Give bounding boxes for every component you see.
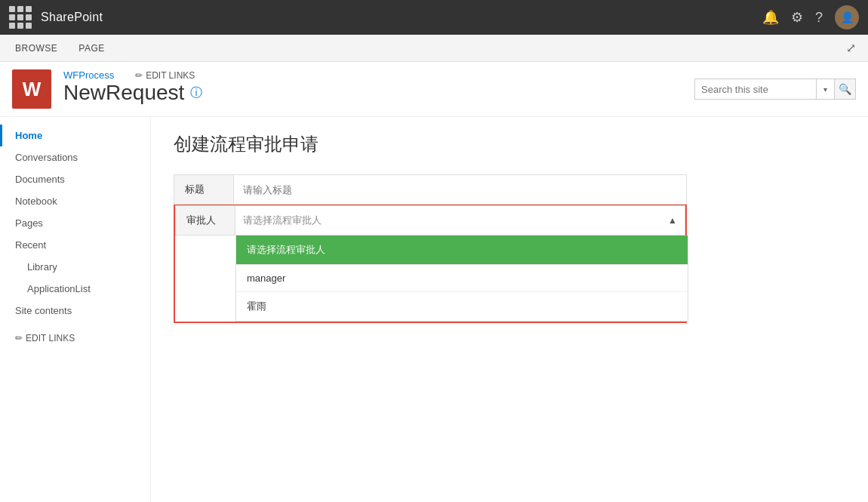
search-input[interactable] bbox=[695, 79, 816, 99]
site-info: WFProcess ✏ EDIT LINKS NewRequest ⓘ bbox=[63, 69, 202, 105]
sidebar-item-site-contents[interactable]: Site contents bbox=[0, 300, 150, 322]
site-header: W WFProcess ✏ EDIT LINKS NewRequest ⓘ ▾ … bbox=[0, 62, 868, 117]
sidebar-item-notebook[interactable]: Notebook bbox=[0, 190, 150, 212]
sub-nav: BROWSE PAGE ⤢ bbox=[0, 35, 868, 62]
title-label: 标题 bbox=[174, 174, 234, 205]
sidebar-item-recent[interactable]: Recent bbox=[0, 234, 150, 256]
user-avatar[interactable]: 👤 bbox=[835, 5, 859, 29]
edit-pencil-icon: ✏ bbox=[15, 333, 23, 343]
title-input[interactable] bbox=[234, 175, 686, 204]
sidebar-item-documents[interactable]: Documents bbox=[0, 168, 150, 190]
search-dropdown-button[interactable]: ▾ bbox=[816, 79, 834, 99]
form: 标题 审批人 请选择流程审批人 ▲ 请选择流程审批人 bbox=[174, 174, 687, 323]
help-icon[interactable]: ? bbox=[815, 10, 823, 26]
site-title-row: NewRequest ⓘ bbox=[63, 81, 202, 105]
top-nav-icons: 🔔 ⚙ ? 👤 bbox=[762, 5, 859, 29]
dropdown-options-list: 请选择流程审批人 manager 霍雨 bbox=[235, 236, 688, 322]
sidebar-item-applicationlist[interactable]: ApplicationList bbox=[0, 278, 150, 300]
dropdown-option-1[interactable]: manager bbox=[236, 265, 688, 292]
sidebar-edit-links-button[interactable]: ✏ EDIT LINKS bbox=[0, 328, 150, 349]
title-input-cell bbox=[234, 174, 687, 205]
gear-icon[interactable]: ⚙ bbox=[791, 9, 803, 26]
sidebar-item-conversations[interactable]: Conversations bbox=[0, 146, 150, 168]
content-area: 创建流程审批申请 标题 审批人 请选择流程审批人 ▲ bbox=[151, 117, 868, 502]
notification-icon[interactable]: 🔔 bbox=[762, 9, 779, 26]
edit-links-top-button[interactable]: ✏ EDIT LINKS bbox=[135, 70, 195, 81]
sidebar-item-library[interactable]: Library bbox=[0, 256, 150, 278]
approver-dropdown[interactable]: 请选择流程审批人 ▲ bbox=[235, 205, 685, 236]
info-icon[interactable]: ⓘ bbox=[190, 85, 202, 101]
approver-selected-value: 请选择流程审批人 bbox=[243, 214, 668, 227]
pencil-icon: ✏ bbox=[135, 70, 143, 81]
main-layout: Home Conversations Documents Notebook Pa… bbox=[0, 117, 868, 502]
approver-label: 审批人 bbox=[175, 205, 235, 236]
site-logo: W bbox=[12, 69, 51, 109]
sidebar: Home Conversations Documents Notebook Pa… bbox=[0, 117, 151, 502]
browse-tab[interactable]: BROWSE bbox=[12, 35, 60, 61]
title-row: 标题 bbox=[174, 174, 687, 205]
page-title: 创建流程审批申请 bbox=[174, 132, 845, 156]
search-button[interactable]: 🔍 bbox=[834, 79, 855, 99]
approver-row: 审批人 请选择流程审批人 ▲ bbox=[175, 205, 685, 236]
expand-icon[interactable]: ⤢ bbox=[846, 41, 856, 55]
dropdown-option-0[interactable]: 请选择流程审批人 bbox=[236, 236, 688, 265]
sidebar-item-home[interactable]: Home bbox=[0, 125, 150, 146]
app-title: SharePoint bbox=[41, 11, 103, 24]
page-tab[interactable]: PAGE bbox=[75, 35, 107, 61]
approver-section: 审批人 请选择流程审批人 ▲ 请选择流程审批人 manager 霍雨 bbox=[174, 204, 687, 323]
sidebar-item-pages[interactable]: Pages bbox=[0, 212, 150, 234]
dropdown-option-2[interactable]: 霍雨 bbox=[236, 292, 688, 321]
dropdown-arrow-icon[interactable]: ▲ bbox=[668, 215, 677, 226]
search-box: ▾ 🔍 bbox=[694, 79, 856, 100]
site-link[interactable]: WFProcess bbox=[63, 69, 114, 81]
top-nav: SharePoint 🔔 ⚙ ? 👤 bbox=[0, 0, 868, 35]
app-launcher-button[interactable] bbox=[9, 6, 32, 29]
site-name: NewRequest bbox=[63, 81, 184, 105]
